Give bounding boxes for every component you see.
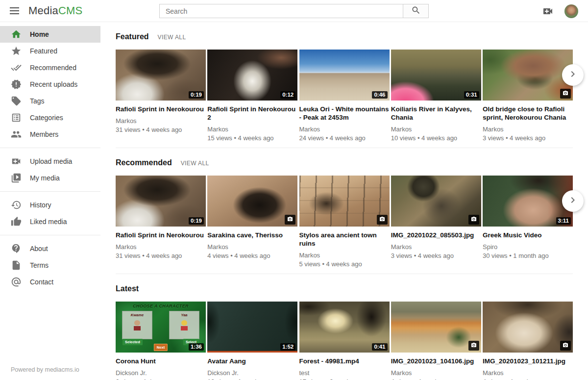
photo-badge (377, 215, 388, 225)
photo-badge (468, 215, 479, 225)
photo-badge (560, 89, 571, 99)
media-thumbnail[interactable]: 1:52 (207, 302, 297, 353)
media-card: 0:31Koiliaris River in Kalyves, ChaniaMa… (391, 50, 481, 142)
media-author[interactable]: Markos (391, 369, 481, 377)
search-input[interactable] (159, 4, 403, 18)
media-title[interactable]: Greek Music Video (483, 231, 573, 239)
document-icon (11, 260, 22, 271)
sidebar-item-categories[interactable]: Categories (0, 109, 100, 126)
media-meta: 3 views • 4 weeks ago (483, 134, 573, 142)
media-thumbnail[interactable]: CHOOSE A CHARACTERKwameYaaSelectedNextSe… (116, 302, 206, 353)
media-author[interactable]: Markos (299, 252, 390, 259)
media-author[interactable]: Spiro (483, 243, 573, 251)
tag-icon (11, 96, 22, 106)
media-title[interactable]: Stylos area ancient town ruins (299, 231, 390, 248)
top-bar: MediaCMS (0, 0, 588, 22)
media-card: Sarakina cave, TherissoMarkos4 views • 4… (207, 176, 297, 259)
menu-icon[interactable] (10, 7, 19, 14)
media-thumbnail[interactable] (391, 302, 481, 353)
media-author[interactable]: Markos (116, 117, 206, 125)
media-title[interactable]: Leuka Ori - White mountains - Peak at 24… (299, 105, 390, 122)
sidebar-item-liked-media[interactable]: Liked media (0, 213, 100, 230)
next-button[interactable] (562, 64, 584, 86)
sidebar-item-my-media[interactable]: My media (0, 170, 100, 186)
duration-badge: 0:19 (189, 217, 204, 225)
media-thumbnail[interactable]: 0:19 (116, 176, 206, 227)
media-thumbnail[interactable]: 0:46 (299, 50, 390, 101)
cards-row: 0:19Rafioli Sprint in NerokourouMarkos31… (116, 50, 573, 142)
media-title[interactable]: IMG_20201023_104106.jpg (391, 357, 481, 365)
media-title[interactable]: Corona Hunt (116, 357, 206, 365)
sidebar-item-about[interactable]: About (0, 240, 100, 257)
sidebar-item-terms[interactable]: Terms (0, 257, 100, 274)
media-author[interactable]: Dickson Jr. (116, 369, 206, 377)
media-card: IMG_20201022_085503.jpgMarkos3 views • 4… (391, 176, 481, 259)
media-author[interactable]: Markos (483, 369, 573, 377)
sidebar-item-recommended[interactable]: Recommended (0, 59, 100, 76)
media-title[interactable]: Sarakina cave, Therisso (207, 231, 297, 239)
media-thumbnail[interactable]: 3:11 (483, 176, 573, 227)
logo[interactable]: MediaCMS (28, 4, 82, 17)
media-title[interactable]: IMG_20201022_085503.jpg (391, 231, 481, 239)
media-title[interactable]: Koiliaris River in Kalyves, Chania (391, 105, 481, 122)
media-thumbnail[interactable]: 0:31 (391, 50, 481, 101)
media-author[interactable]: test (299, 369, 390, 377)
media-author[interactable]: Markos (299, 126, 390, 133)
camera-icon (287, 216, 293, 224)
thumb-up-icon (11, 216, 22, 227)
media-title[interactable]: Rafioli Sprint in Nerokourou 2 (207, 105, 297, 122)
media-meta: 12 views • 1 week ago (207, 378, 297, 380)
media-author[interactable]: Markos (391, 126, 481, 133)
sidebar-item-members[interactable]: Members (0, 126, 100, 143)
media-title[interactable]: Old bridge close to Rafioli sprint, Nero… (483, 105, 573, 122)
sidebar-item-contact[interactable]: Contact (0, 274, 100, 290)
media-meta: 15 views • 4 weeks ago (207, 134, 297, 142)
media-thumbnail[interactable] (207, 176, 297, 227)
character-name: Kwame (122, 313, 152, 317)
media-author[interactable]: Dickson Jr. (207, 369, 297, 377)
media-card: 0:41Forest - 49981.mp4test17 views • 3 w… (299, 302, 390, 380)
media-title[interactable]: Avatar Aang (207, 357, 297, 365)
media-thumbnail[interactable]: 0:41 (299, 302, 390, 353)
media-author[interactable]: Markos (116, 243, 206, 251)
media-thumbnail[interactable] (483, 50, 573, 101)
home-icon (11, 29, 22, 40)
next-button[interactable] (562, 190, 584, 212)
media-thumbnail[interactable] (299, 176, 390, 227)
section-recommended: RecommendedVIEW ALL0:19Rafioli Sprint in… (116, 148, 573, 274)
media-title[interactable]: Rafioli Sprint in Nerokourou (116, 105, 206, 113)
sidebar-item-featured[interactable]: Featured (0, 43, 100, 59)
sidebar-item-history[interactable]: History (0, 197, 100, 213)
avatar[interactable] (564, 4, 578, 18)
view-all-link[interactable]: VIEW ALL (158, 34, 186, 41)
search-button[interactable] (403, 4, 429, 18)
chevron-right-icon (567, 68, 579, 82)
media-author[interactable]: Markos (391, 243, 481, 251)
upload-media-icon[interactable] (542, 5, 554, 17)
sidebar-item-label: Categories (30, 114, 63, 122)
view-all-link[interactable]: VIEW ALL (181, 160, 209, 167)
media-title[interactable]: IMG_20201023_101211.jpg (483, 357, 573, 365)
sidebar-item-upload-media[interactable]: Upload media (0, 153, 100, 170)
list-alt-icon (11, 112, 22, 123)
search-bar (159, 4, 429, 18)
media-author[interactable]: Markos (483, 126, 573, 133)
media-card: IMG_20201023_101211.jpgMarkos4 views • 4… (483, 302, 573, 380)
media-thumbnail[interactable]: 0:19 (116, 50, 206, 101)
media-thumbnail[interactable] (483, 302, 573, 353)
camera-icon (471, 342, 477, 350)
media-thumbnail[interactable] (391, 176, 481, 227)
media-title[interactable]: Forest - 49981.mp4 (299, 357, 390, 365)
sidebar-item-tags[interactable]: Tags (0, 93, 100, 109)
media-author[interactable]: Markos (207, 243, 297, 251)
media-author[interactable]: Markos (207, 126, 297, 133)
media-thumbnail[interactable]: 0:12 (207, 50, 297, 101)
people-icon (11, 129, 22, 140)
media-card: 0:12Rafioli Sprint in Nerokourou 2Markos… (207, 50, 297, 142)
sidebar-item-home[interactable]: Home (0, 26, 100, 43)
sidebar-item-recent-uploads[interactable]: Recent uploads (0, 76, 100, 93)
media-title[interactable]: Rafioli Sprint in Nerokourou (116, 231, 206, 239)
sidebar-item-label: Featured (30, 47, 57, 55)
media-card: Old bridge close to Rafioli sprint, Nero… (483, 50, 573, 142)
media-meta: 4 views • 4 weeks ago (391, 378, 481, 380)
